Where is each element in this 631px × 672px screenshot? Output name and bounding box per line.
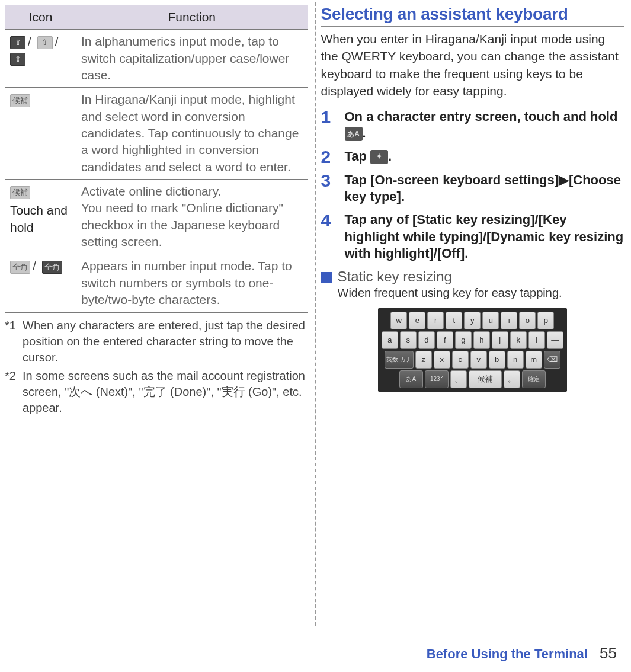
step-body: Tap [On-screen keyboard settings]▶[Choos… (345, 172, 624, 206)
th-icon: Icon (5, 5, 76, 30)
footnote-text: In some screens such as the mail account… (23, 368, 308, 416)
left-column: Icon Function ⇧/ ⇧/ ⇪ In alphanumerics i… (0, 0, 315, 628)
keyboard-key: u (482, 312, 499, 329)
mode-switch-icon: あA (345, 127, 363, 141)
step-number: 1 (321, 108, 345, 126)
footnote-mark: *2 (5, 368, 23, 416)
keyboard-key: z (415, 351, 432, 369)
keyboard-key: m (526, 351, 542, 369)
table-row: 候補 In Hiragana/Kanji input mode, highlig… (5, 88, 308, 180)
keyboard-key: w (390, 312, 407, 329)
keyboard-key: a (382, 331, 398, 349)
footer-section: Before Using the Terminal (427, 647, 588, 661)
keyboard-key: 英数 カナ (385, 351, 414, 369)
keyboard-key: あA (399, 370, 423, 388)
table-row: ⇧/ ⇧/ ⇪ In alphanumerics input mode, tap… (5, 30, 308, 88)
sub-section: Static key resizing Widen frequent using… (321, 268, 624, 301)
cell-function: In alphanumerics input mode, tap to swit… (76, 30, 308, 88)
keyboard-illustration: wertyuiop asdfghjkl— 英数 カナzxcvbnm⌫ あA123… (378, 308, 567, 392)
keyboard-key: x (434, 351, 450, 369)
step-body: Tap ✦. (345, 148, 392, 165)
keyboard-key: e (409, 312, 425, 329)
steps-list: 1 On a character entry screen, touch and… (321, 108, 624, 263)
keyboard-key: p (537, 312, 554, 329)
keyboard-key: d (418, 331, 435, 349)
icon-function-table: Icon Function ⇧/ ⇧/ ⇪ In alphanumerics i… (5, 5, 308, 313)
page-footer: Before Using the Terminal 55 (427, 644, 617, 663)
section-title: Selecting an assistant keyboard (321, 5, 624, 27)
touch-and-hold-label: Touch and hold (10, 202, 71, 236)
footnotes: *1 When any characters are entered, just… (5, 318, 308, 416)
keyboard-key: k (510, 331, 527, 349)
shift-outline-icon: ⇪ (10, 53, 25, 66)
cell-function: Activate online dictionary. You need to … (76, 180, 308, 254)
tools-icon: ✦ (370, 150, 388, 164)
keyboard-key: v (470, 351, 487, 369)
shift-up-light-icon: ⇧ (37, 36, 53, 49)
step-body: On a character entry screen, touch and h… (345, 108, 624, 142)
keyboard-key: ⌫ (544, 351, 560, 369)
step-number: 3 (321, 172, 345, 190)
keyboard-key: 123˅ (425, 370, 449, 388)
step-number: 4 (321, 212, 345, 229)
intro-paragraph: When you enter in Hiragana/Kanji input m… (321, 30, 624, 100)
right-column: Selecting an assistant keyboard When you… (316, 0, 632, 628)
keyboard-key: n (507, 351, 524, 369)
keyboard-key: l (528, 331, 545, 349)
th-function: Function (76, 5, 308, 30)
sub-title: Static key resizing (338, 268, 562, 285)
step-body: Tap any of [Static key resizing]/[Key hi… (345, 212, 624, 263)
keyboard-key: b (489, 351, 505, 369)
step-number: 2 (321, 148, 345, 166)
footnote-text: When any characters are entered, just ta… (23, 318, 308, 366)
candidate-icon: 候補 (10, 94, 30, 107)
keyboard-key: c (452, 351, 469, 369)
table-row: 全角/ 全角 Appears in number input mode. Tap… (5, 254, 308, 312)
keyboard-key: s (400, 331, 417, 349)
keyboard-key: o (519, 312, 536, 329)
keyboard-key: y (464, 312, 481, 329)
shift-up-icon: ⇧ (10, 36, 25, 49)
keyboard-key: g (455, 331, 472, 349)
bullet-square-icon (321, 272, 332, 283)
keyboard-key: — (547, 331, 563, 349)
cell-function: Appears in number input mode. Tap to swi… (76, 254, 308, 312)
keyboard-key: 、 (450, 370, 467, 388)
keyboard-key: f (437, 331, 453, 349)
zenkaku-dark-icon: 全角 (42, 261, 62, 274)
keyboard-key: 確定 (522, 370, 546, 388)
keyboard-key: i (501, 312, 517, 329)
page-number: 55 (600, 644, 617, 662)
zenkaku-icon: 全角 (10, 261, 30, 274)
keyboard-key: r (427, 312, 444, 329)
keyboard-key: j (492, 331, 508, 349)
candidate-hold-icon: 候補 (10, 186, 30, 199)
footnote-mark: *1 (5, 318, 23, 366)
keyboard-key: t (446, 312, 462, 329)
keyboard-key: h (473, 331, 490, 349)
keyboard-key: 。 (504, 370, 520, 388)
cell-function: In Hiragana/Kanji input mode, highlight … (76, 88, 308, 180)
table-row: 候補 Touch and hold Activate online dictio… (5, 180, 308, 254)
sub-desc: Widen frequent using key for easy tappin… (338, 285, 562, 301)
keyboard-key: 候補 (469, 370, 502, 388)
